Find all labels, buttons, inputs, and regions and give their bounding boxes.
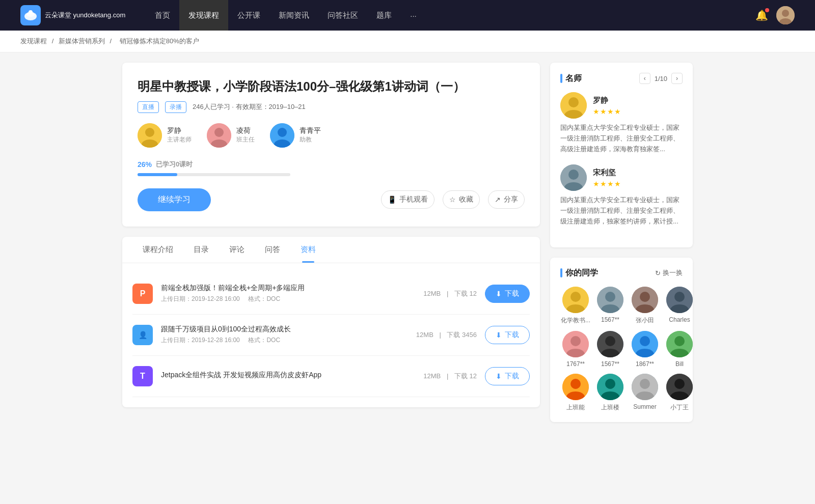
nav-qa[interactable]: 问答社区 xyxy=(318,0,367,31)
tabs-header: 课程介绍 目录 评论 问答 资料 xyxy=(122,237,540,263)
classmate-name-5: 1567** xyxy=(595,360,626,368)
classmate-6: 1867** xyxy=(630,331,660,368)
bell-notification-dot xyxy=(765,8,769,12)
user-avatar[interactable] xyxy=(776,6,795,24)
action-row: 继续学习 📱 手机观看 ☆ 收藏 ↗ 分享 xyxy=(138,188,525,211)
download-icon-1: ⬇ xyxy=(496,331,502,339)
badge-live: 直播 xyxy=(138,101,159,113)
panel-page: 1/10 xyxy=(655,75,667,82)
download-icon-0: ⬇ xyxy=(496,290,502,298)
left-content: 明星中教授课，小学阶段语法100分–强化级第1讲动词（一） 直播 录播 246人… xyxy=(122,63,540,432)
download-button-2[interactable]: ⬇ 下载 xyxy=(485,367,530,385)
resource-stats-1: 12MB | 下载 3456 xyxy=(416,330,477,340)
nav-open[interactable]: 公开课 xyxy=(228,0,269,31)
course-card: 明星中教授课，小学阶段语法100分–强化级第1讲动词（一） 直播 录播 246人… xyxy=(122,63,540,227)
teacher-avatar-1 xyxy=(207,123,231,148)
classmate-8: 上班能 xyxy=(560,374,591,412)
teacher-info-2: 青青平 助教 xyxy=(300,126,321,144)
teacher-role-1: 班主任 xyxy=(236,135,255,144)
teacher-role-0: 主讲老师 xyxy=(167,135,192,144)
mobile-icon: 📱 xyxy=(388,195,396,204)
mobile-watch-button[interactable]: 📱 手机观看 xyxy=(381,190,434,209)
continue-button[interactable]: 继续学习 xyxy=(138,188,211,211)
classmate-avatar-5[interactable] xyxy=(597,331,623,357)
share-icon: ↗ xyxy=(495,195,501,204)
secondary-actions: 📱 手机观看 ☆ 收藏 ↗ 分享 xyxy=(381,190,525,209)
classmates-panel: 你的同学 ↻ 换一换 化学教书... 1567** xyxy=(550,258,693,422)
resource-name-1: 跟随千万级项目从0到100全过程高效成长 xyxy=(161,325,408,334)
breadcrumb-discover[interactable]: 发现课程 xyxy=(20,37,47,45)
classmate-avatar-10[interactable] xyxy=(632,374,658,400)
resource-item-0: P 前端全栈加强版！前端全栈+全周期+多端应用 上传日期：2019-12-28 … xyxy=(132,273,530,315)
classmate-avatar-9[interactable] xyxy=(597,374,623,400)
panel-header: 名师 ‹ 1/10 › xyxy=(560,73,683,84)
teacher-name-0: 罗静 xyxy=(167,126,192,135)
resource-icon-2: T xyxy=(132,366,153,386)
download-label-2: 下载 xyxy=(505,372,519,381)
resource-downloads-2: 下载 12 xyxy=(454,372,477,380)
download-button-0[interactable]: ⬇ 下载 xyxy=(485,285,530,303)
resource-info-2: Jetpack全组件实战 开发短视频应用高仿皮皮虾App xyxy=(161,371,415,382)
panel-prev-btn[interactable]: ‹ xyxy=(639,73,650,84)
nav-quiz[interactable]: 题库 xyxy=(367,0,401,31)
tab-review[interactable]: 评论 xyxy=(219,237,255,263)
teacher-role-2: 助教 xyxy=(300,135,321,144)
tab-resource[interactable]: 资料 xyxy=(290,237,326,263)
classmate-name-1: 1567** xyxy=(595,316,626,323)
panel-next-btn[interactable]: › xyxy=(671,73,683,84)
svg-point-55 xyxy=(674,379,685,389)
logo[interactable]: 云朵课堂 yundoketang.com xyxy=(20,5,125,25)
svg-point-25 xyxy=(605,292,615,302)
tab-catalog[interactable]: 目录 xyxy=(183,237,219,263)
classmate-name-0: 化学教书... xyxy=(560,316,591,325)
classmate-avatar-7[interactable] xyxy=(666,331,693,357)
classmate-avatar-0[interactable] xyxy=(562,287,589,313)
teachers-list: 罗静 主讲老师 凌荷 班主任 xyxy=(138,123,525,148)
breadcrumb-sep2: / xyxy=(110,37,113,45)
classmate-name-4: 1767** xyxy=(560,360,591,368)
download-label-1: 下载 xyxy=(505,330,519,340)
classmate-name-10: Summer xyxy=(630,403,660,410)
panel-teacher-desc-0: 国内某重点大学安全工程专业硕士，国家一级注册消防工程师、注册安全工程师、高级注册… xyxy=(560,123,683,154)
refresh-button[interactable]: ↻ 换一换 xyxy=(655,268,683,277)
panel-teacher-avatar-1 xyxy=(560,164,587,191)
logo-text: 云朵课堂 yundoketang.com xyxy=(45,11,125,19)
classmate-avatar-1[interactable] xyxy=(597,287,623,313)
nav-more[interactable]: ··· xyxy=(401,0,426,31)
panel-teacher-stars-0: ★★★★ xyxy=(593,107,621,116)
download-button-1[interactable]: ⬇ 下载 xyxy=(485,326,530,344)
panel-title: 名师 xyxy=(560,73,582,84)
main-wrapper: 明星中教授课，小学阶段语法100分–强化级第1讲动词（一） 直播 录播 246人… xyxy=(102,52,713,442)
nav-home[interactable]: 首页 xyxy=(146,0,179,31)
progress-label: 26% 已学习0课时 xyxy=(138,160,525,169)
breadcrumb-series[interactable]: 新媒体营销系列 xyxy=(59,37,105,45)
badge-record: 录播 xyxy=(165,101,186,113)
classmate-avatar-4[interactable] xyxy=(562,331,589,357)
share-label: 分享 xyxy=(504,195,518,204)
classmate-avatar-3[interactable] xyxy=(666,287,693,313)
resource-icon-1: 👤 xyxy=(132,325,153,345)
svg-point-19 xyxy=(568,170,579,180)
resource-name-2: Jetpack全组件实战 开发短视频应用高仿皮皮虾App xyxy=(161,371,415,380)
classmate-avatar-2[interactable] xyxy=(632,287,658,313)
classmate-avatar-6[interactable] xyxy=(632,331,658,357)
nav-discover[interactable]: 发现课程 xyxy=(179,0,228,31)
teacher-avatar-0 xyxy=(138,123,162,148)
tab-intro[interactable]: 课程介绍 xyxy=(132,237,183,263)
share-button[interactable]: ↗ 分享 xyxy=(488,190,525,209)
panel-teacher-1: 宋利坚 ★★★★ 国内某重点大学安全工程专业硕士，国家一级注册消防工程师、注册安… xyxy=(560,164,683,227)
nav-news[interactable]: 新闻资讯 xyxy=(269,0,318,31)
classmate-avatar-11[interactable] xyxy=(666,374,693,400)
tab-qa[interactable]: 问答 xyxy=(255,237,290,263)
bell-icon[interactable]: 🔔 xyxy=(755,9,768,21)
classmate-7: Bill xyxy=(664,331,695,368)
classmate-avatar-8[interactable] xyxy=(562,374,589,400)
progress-bar-bg xyxy=(138,173,290,176)
svg-point-10 xyxy=(214,128,224,137)
resource-date-1: 上传日期：2019-12-28 16:00 xyxy=(161,337,240,344)
breadcrumb-sep1: / xyxy=(52,37,56,45)
resource-format-1: 格式：DOC xyxy=(248,337,280,344)
classmates-header: 你的同学 ↻ 换一换 xyxy=(560,268,683,278)
collect-button[interactable]: ☆ 收藏 xyxy=(443,190,480,209)
resource-stats-2: 12MB | 下载 12 xyxy=(423,372,477,381)
